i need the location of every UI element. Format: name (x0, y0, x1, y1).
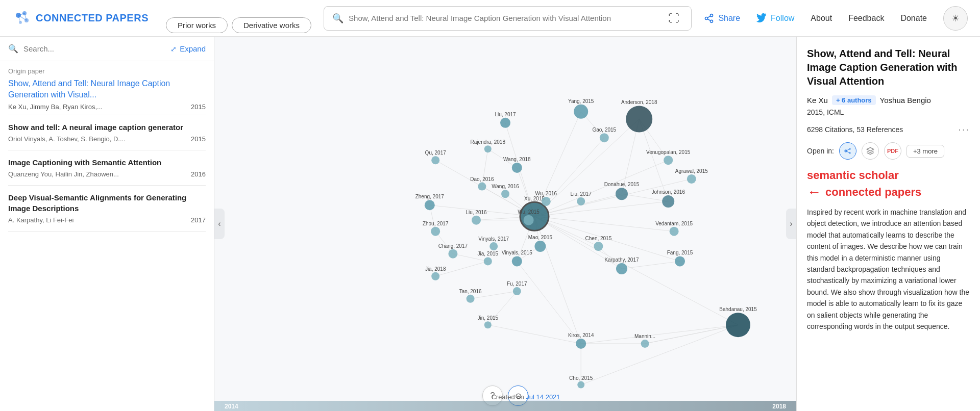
feedback-link[interactable]: Feedback (848, 14, 884, 23)
follow-button[interactable]: Follow (756, 13, 794, 23)
graph-node[interactable]: Mao, 2015 (528, 235, 553, 252)
graph-node[interactable]: Gao, 2015 (592, 127, 616, 142)
graph-node[interactable]: Johnson, 2016 (651, 189, 685, 208)
svg-text:Karpathy, 2017: Karpathy, 2017 (604, 257, 639, 263)
svg-line-59 (581, 325, 738, 384)
sidebar-search-input[interactable] (23, 44, 165, 53)
graph-node[interactable]: Fang, 2015 (667, 250, 693, 266)
origin-paper-title[interactable]: Show, Attend and Tell: Neural Image Capt… (8, 78, 206, 101)
graph-node[interactable]: Chen, 2015 (585, 236, 612, 251)
paper-title: Show and tell: A neural image caption ge… (8, 122, 206, 133)
svg-text:Qu, 2017: Qu, 2017 (425, 150, 447, 156)
paper-item[interactable]: Deep Visual-Semantic Alignments for Gene… (0, 186, 214, 231)
svg-point-89 (542, 197, 551, 206)
origin-label: Origin paper (8, 67, 206, 75)
graph-node[interactable]: Yang, 2015 (568, 98, 594, 119)
pdf-open-button[interactable]: PDF (884, 142, 901, 160)
svg-point-71 (600, 133, 609, 142)
svg-line-41 (517, 261, 581, 343)
svg-text:Wang, 2018: Wang, 2018 (503, 157, 531, 162)
origin-paper-section: Origin paper Show, Attend and Tell: Neur… (0, 61, 214, 115)
author-main: Ke Xu (807, 96, 828, 105)
svg-point-73 (484, 145, 492, 152)
semantic-scholar-open-button[interactable] (862, 142, 879, 160)
svg-point-103 (448, 249, 457, 259)
graph-node[interactable]: Kiros, 2014 (568, 332, 594, 349)
fullscreen-button[interactable]: ⛶ (665, 8, 683, 29)
svg-point-121 (675, 256, 685, 266)
graph-node[interactable]: Anderson, 2018 (621, 99, 657, 132)
author-more-button[interactable]: + 6 authors (832, 95, 876, 105)
graph-node[interactable]: Jia, 2018 (425, 266, 446, 280)
paper-graph[interactable]: Xu, 2015Yang, 2015Liu, 2017Anderson, 201… (214, 37, 796, 411)
graph-node[interactable]: Vinyals, 2017 (478, 236, 509, 250)
svg-point-117 (670, 227, 679, 236)
expand-button[interactable]: ⤢ Expand (170, 44, 206, 53)
svg-point-107 (431, 272, 439, 280)
graph-node[interactable]: Zheng, 2017 (415, 194, 445, 210)
graph-node[interactable]: Rajendra, 2018 (471, 139, 506, 152)
theme-toggle-button[interactable]: ☀ (943, 6, 968, 31)
graph-node[interactable]: Wang, 2016 (492, 184, 519, 198)
created-on-date[interactable]: Jul 14 2021 (526, 393, 560, 401)
share-button[interactable]: Share (704, 13, 740, 23)
graph-node[interactable]: Agrawal, 2015 (675, 168, 708, 184)
svg-point-93 (577, 197, 585, 206)
prior-works-button[interactable]: Prior works (166, 17, 228, 33)
svg-text:Liu, 2017: Liu, 2017 (571, 191, 592, 197)
nav-search-icon: 🔍 (332, 13, 344, 24)
graph-node[interactable]: Bahdanau, 2015 (719, 306, 757, 337)
connected-papers-icon (844, 147, 852, 155)
graph-node[interactable]: Dao, 2016 (470, 176, 494, 191)
svg-point-95 (616, 188, 628, 200)
nav-search-input[interactable] (349, 14, 665, 22)
about-link[interactable]: About (811, 14, 832, 23)
svg-text:Agrawal, 2015: Agrawal, 2015 (675, 168, 708, 174)
paper-item[interactable]: Image Captioning with Semantic Attention… (0, 150, 214, 185)
collapse-right-button[interactable]: › (786, 209, 796, 239)
svg-text:Bahdanau, 2015: Bahdanau, 2015 (719, 306, 757, 312)
more-open-button[interactable]: +3 more (906, 145, 944, 158)
nav-left: CONNECTED PAPERS 过往工作 衍生工作 Prior works D… (12, 3, 311, 33)
svg-point-111 (512, 256, 522, 266)
graph-area[interactable]: ‹ › Xu, 2015Yang, 2015Liu, 2017Anderson,… (214, 37, 796, 411)
logo[interactable]: CONNECTED PAPERS (12, 9, 149, 28)
connected-papers-open-button[interactable] (839, 142, 856, 160)
graph-node[interactable]: Tan, 2016 (459, 289, 482, 303)
graph-node[interactable]: Liu, 2016 (465, 210, 487, 225)
sidebar-toolbar: 🔍 ⤢ Expand (0, 37, 214, 61)
graph-node[interactable]: Vinyals, 2015 (502, 250, 532, 266)
expand-icon: ⤢ (170, 45, 177, 53)
svg-text:Fang, 2015: Fang, 2015 (667, 250, 693, 255)
derivative-works-chinese-label: 衍生工作 (258, 0, 299, 2)
graph-node[interactable]: Liu, 2017 (495, 112, 516, 128)
paper-item[interactable]: Show and tell: A neural image caption ge… (0, 115, 214, 150)
derivative-works-button[interactable]: Derivative works (232, 17, 311, 33)
semantic-scholar-annotation: semantic scholar (807, 169, 970, 182)
graph-node[interactable]: Mannin... (634, 333, 655, 348)
graph-node[interactable]: Fu, 2017 (507, 281, 527, 295)
donate-link[interactable]: Donate (900, 14, 927, 23)
detail-paper-title: Show, Attend and Tell: Neural Image Capt… (807, 47, 970, 88)
graph-node[interactable]: Wang, 2018 (503, 157, 531, 173)
venue-year: 2015, ICML (807, 108, 844, 116)
graph-node[interactable]: Karpathy, 2017 (604, 257, 639, 274)
svg-point-85 (431, 156, 439, 164)
graph-node[interactable]: Venugopalan, 2015 (646, 149, 691, 165)
nav-buttons: Prior works Derivative works (166, 17, 311, 33)
graph-node[interactable]: Qu, 2017 (425, 150, 447, 164)
svg-line-12 (708, 16, 711, 17)
svg-text:Donahue, 2015: Donahue, 2015 (604, 182, 640, 187)
svg-text:Chang, 2017: Chang, 2017 (438, 243, 468, 249)
graph-node[interactable]: Donahue, 2015 (604, 182, 640, 200)
svg-point-81 (478, 183, 486, 191)
more-options-button[interactable]: ··· (958, 123, 970, 135)
collapse-left-button[interactable]: ‹ (214, 209, 225, 239)
svg-line-35 (534, 216, 738, 325)
svg-text:Vedantam, 2015: Vedantam, 2015 (655, 221, 693, 226)
svg-line-27 (534, 201, 668, 216)
graph-node[interactable]: Vedantam, 2015 (655, 221, 693, 236)
right-panel: Show, Attend and Tell: Neural Image Capt… (796, 37, 980, 411)
share-icon (704, 13, 714, 23)
graph-node[interactable]: Zhou, 2017 (423, 221, 449, 236)
